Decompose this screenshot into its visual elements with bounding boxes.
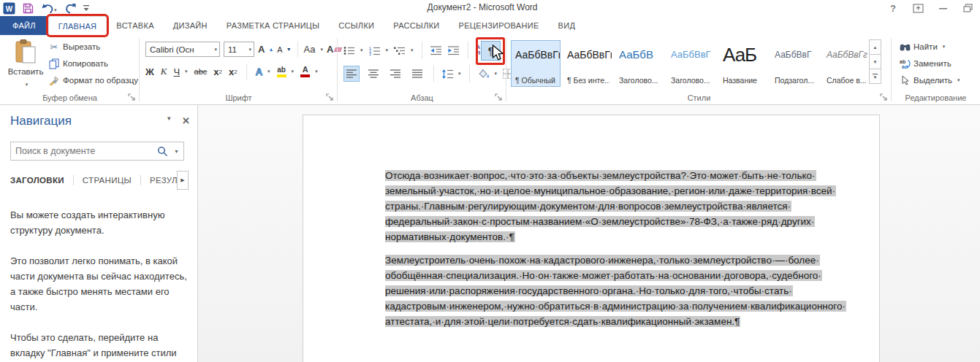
- font-size-dropdown-icon[interactable]: ▾: [248, 47, 251, 53]
- text-effects-button[interactable]: А▾: [256, 66, 270, 77]
- style-card[interactable]: АаБбВвГг Слабое в...: [822, 40, 872, 87]
- replace-button[interactable]: abac Заменить: [899, 58, 960, 69]
- font-size-combo[interactable]: 11▾: [224, 42, 254, 57]
- decrease-indent-button[interactable]: [430, 46, 442, 55]
- change-case-button[interactable]: Aa▾: [304, 44, 323, 55]
- italic-button[interactable]: К: [161, 66, 167, 77]
- ribbon-display-options-icon[interactable]: [911, 1, 924, 15]
- bullets-dropdown-icon[interactable]: ▾: [360, 47, 363, 53]
- multilevel-list-button[interactable]: ▾: [394, 46, 414, 55]
- selected-text[interactable]: аттестата,·и·для·этой·цели·потребуется·с…: [385, 316, 740, 327]
- shrink-font-button[interactable]: А▼: [277, 45, 291, 54]
- underline-dropdown-icon[interactable]: ▾: [185, 69, 188, 74]
- document-page[interactable]: Отсюда·возникает·вопрос,·что·это·за·объе…: [303, 115, 880, 362]
- ribbon-tab[interactable]: РАССЫЛКИ: [384, 16, 449, 35]
- redo-icon[interactable]: [64, 1, 76, 15]
- font-color-glyph: А: [303, 66, 308, 74]
- save-icon[interactable]: [23, 1, 34, 15]
- style-card[interactable]: АаБбВвГг, ¶ Без инте...: [563, 40, 612, 87]
- font-name-combo[interactable]: Calibri (Осн▾: [145, 42, 220, 57]
- select-dropdown-icon[interactable]: ▾: [957, 77, 960, 83]
- selected-text[interactable]: обобщённая·специализация.·Но·он·также·мо…: [385, 270, 822, 281]
- strikethrough-button[interactable]: abc: [194, 67, 208, 76]
- selected-text[interactable]: решения·или·распоряжения·государственног…: [385, 285, 793, 296]
- ribbon-tab[interactable]: РЕЦЕНЗИРОВАНИЕ: [449, 16, 549, 35]
- ribbon-tab[interactable]: РАЗМЕТКА СТРАНИЦЫ: [217, 16, 330, 35]
- shading-button[interactable]: ▾: [478, 69, 498, 79]
- nav-tab-pages[interactable]: СТРАНИЦЫ: [83, 176, 132, 185]
- ribbon-tab[interactable]: ФАЙЛ: [0, 16, 48, 35]
- find-dropdown-icon[interactable]: ▾: [943, 44, 946, 50]
- search-dropdown-icon[interactable]: ▼: [170, 149, 183, 154]
- ribbon-tab[interactable]: ВСТАВКА: [107, 16, 163, 35]
- svg-text:3: 3: [369, 52, 371, 55]
- bold-button[interactable]: Ж: [145, 66, 154, 77]
- cut-button[interactable]: ✂ Вырезать: [48, 41, 138, 53]
- text-effects-dropdown-icon[interactable]: ▾: [267, 69, 270, 74]
- font-color-button[interactable]: А▾: [300, 66, 318, 77]
- gallery-up-icon[interactable]: ▲: [869, 39, 881, 55]
- font-color-dropdown-icon[interactable]: ▾: [315, 69, 318, 74]
- customize-qat-icon[interactable]: [83, 1, 90, 15]
- style-card[interactable]: АаБ Название: [718, 40, 768, 87]
- paint-bucket-icon: [478, 69, 490, 79]
- format-painter-button[interactable]: Формат по образцу: [48, 74, 138, 86]
- ribbon-tab[interactable]: ВИД: [549, 16, 585, 35]
- word-logo-icon[interactable]: W: [3, 1, 15, 15]
- line-spacing-button[interactable]: ▾: [442, 69, 461, 79]
- style-card[interactable]: АаБбВвГ Подзагол...: [770, 40, 820, 87]
- style-card[interactable]: АаБбВвГг, ¶ Обычный: [511, 40, 561, 87]
- document-text[interactable]: Отсюда·возникает·вопрос,·что·это·за·объе…: [385, 168, 846, 329]
- bullets-button[interactable]: ▾: [343, 46, 363, 55]
- numbering-dropdown-icon[interactable]: ▾: [386, 47, 389, 53]
- select-button[interactable]: Выделить ▾: [899, 74, 960, 86]
- underline-button[interactable]: Ч▾: [173, 66, 187, 77]
- document-line: кадастровым·инженером,·нужно·обратиться·…: [385, 299, 846, 314]
- ribbon-tab[interactable]: ССЫЛКИ: [329, 16, 384, 35]
- copy-button[interactable]: Копировать: [48, 58, 138, 69]
- font-name-dropdown-icon[interactable]: ▾: [214, 47, 217, 53]
- find-button[interactable]: Найти ▾: [899, 41, 960, 53]
- ribbon-tab[interactable]: ГЛАВНАЯ: [48, 16, 107, 35]
- highlight-button[interactable]: ab▾: [277, 66, 295, 77]
- style-card[interactable]: АаБбВ Заголово...: [615, 40, 664, 87]
- selected-text[interactable]: кадастровым·инженером,·нужно·обратиться·…: [385, 301, 846, 312]
- minimize-icon[interactable]: [936, 1, 949, 15]
- search-icon[interactable]: [156, 146, 170, 157]
- align-right-button[interactable]: [387, 66, 403, 82]
- gallery-down-icon[interactable]: ▼: [869, 54, 881, 69]
- selected-text[interactable]: федеральный·закон·с·простым·названием·«О…: [385, 216, 815, 227]
- line-spacing-dropdown-icon[interactable]: ▾: [458, 71, 461, 77]
- undo-icon[interactable]: ▾: [41, 1, 57, 15]
- ribbon-tab[interactable]: ДИЗАЙН: [164, 16, 217, 35]
- highlight-dropdown-icon[interactable]: ▾: [292, 69, 295, 74]
- increase-indent-button[interactable]: [448, 46, 460, 55]
- paste-dropdown-icon[interactable]: ▾: [26, 82, 29, 87]
- multilevel-dropdown-icon[interactable]: ▾: [411, 47, 414, 53]
- navigation-options-dropdown-icon[interactable]: ▼: [166, 115, 172, 126]
- highlight-glyph: ab: [277, 66, 286, 74]
- paste-button[interactable]: Вставить ▾: [7, 39, 44, 95]
- justify-button[interactable]: [409, 66, 425, 82]
- navigation-close-icon[interactable]: ✕: [182, 115, 190, 126]
- restore-icon[interactable]: [961, 1, 974, 15]
- selected-text[interactable]: Землеустроитель·очень·похож·на·кадастров…: [385, 255, 820, 266]
- gallery-more-icon[interactable]: ▼: [869, 69, 881, 84]
- selected-text[interactable]: Отсюда·возникает·вопрос,·что·это·за·объе…: [385, 170, 816, 181]
- shading-dropdown-icon[interactable]: ▾: [495, 71, 498, 77]
- nav-tabs-overflow-icon[interactable]: ▶: [177, 171, 189, 190]
- search-input[interactable]: [11, 146, 156, 156]
- change-case-dropdown-icon[interactable]: ▾: [321, 47, 324, 53]
- nav-tab-headings[interactable]: ЗАГОЛОВКИ: [10, 176, 64, 185]
- style-card[interactable]: АаБбВвГ Заголово...: [666, 40, 716, 87]
- align-center-button[interactable]: [365, 66, 381, 82]
- numbering-button[interactable]: 123▾: [369, 46, 389, 55]
- selected-text[interactable]: земельный·участок,·но·и·целое·муниципаль…: [385, 185, 836, 196]
- superscript-button[interactable]: х2: [229, 66, 238, 77]
- selected-text[interactable]: страны.·Главным·регулирующим·документом·…: [385, 201, 791, 212]
- grow-font-button[interactable]: А▲: [258, 44, 273, 55]
- subscript-button[interactable]: х2: [213, 66, 222, 77]
- help-icon[interactable]: ?: [886, 1, 900, 15]
- selected-text[interactable]: нормативных·документов.·¶: [385, 231, 515, 242]
- align-left-button[interactable]: [343, 66, 360, 82]
